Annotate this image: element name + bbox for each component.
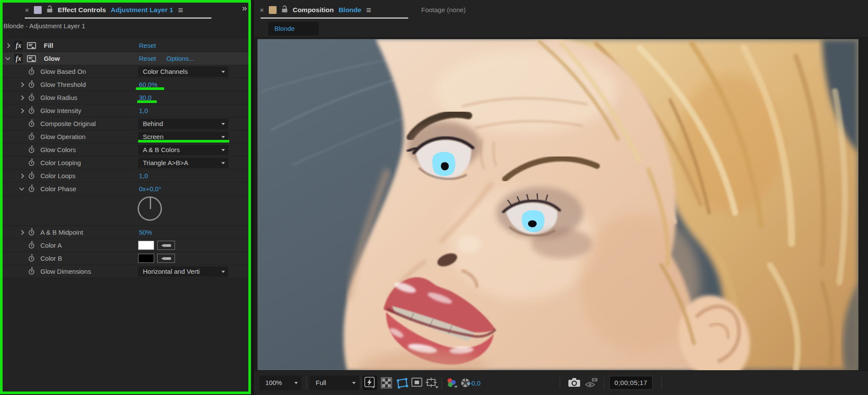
stopwatch-icon[interactable]: [29, 95, 34, 101]
param-row-glow-colors: Glow Colors A & B Colors: [0, 143, 251, 156]
param-label: Glow Radius: [40, 91, 77, 104]
param-row-ab-midpoint: A & B Midpoint 50%: [0, 226, 251, 239]
param-row-glow-based-on: Glow Based On Color Channels: [0, 65, 251, 78]
eyedropper-icon[interactable]: [157, 254, 175, 263]
viewer-toolbar: 100% Full: [254, 370, 868, 395]
color-loops-value[interactable]: 1,0: [139, 169, 148, 183]
param-label: Color B: [40, 252, 62, 265]
stopwatch-icon[interactable]: [29, 82, 34, 88]
fx-badge[interactable]: fx: [14, 41, 23, 50]
magnification-dropdown[interactable]: 100%: [259, 375, 301, 390]
effect-name[interactable]: Fill: [44, 39, 53, 52]
region-of-interest-button[interactable]: [396, 377, 409, 390]
stopwatch-icon[interactable]: [29, 69, 34, 75]
chevron-right-icon[interactable]: [19, 95, 24, 100]
toolbar-separator: [560, 377, 560, 389]
glow-dimensions-dropdown[interactable]: Horizontal and Verti: [138, 266, 228, 277]
effect-row-glow: fx Glow Reset Options...: [0, 52, 251, 65]
param-label: Composite Original: [40, 117, 96, 130]
stopwatch-icon[interactable]: [29, 147, 34, 153]
chevron-down-icon: [221, 162, 225, 164]
effect-name[interactable]: Glow: [44, 52, 60, 65]
chevron-right-icon[interactable]: [19, 230, 24, 235]
color-b-swatch[interactable]: [138, 254, 154, 263]
chevron-right-icon[interactable]: [19, 108, 24, 113]
reset-button[interactable]: Reset: [139, 52, 156, 65]
unlock-icon[interactable]: [281, 5, 288, 15]
fx-badge[interactable]: fx: [14, 54, 23, 63]
chevron-right-icon[interactable]: [5, 43, 10, 48]
toolbar-separator: [442, 377, 442, 389]
param-label: Color Phase: [40, 183, 76, 196]
eyedropper-icon[interactable]: [157, 241, 175, 250]
effect-icon: [27, 55, 36, 64]
tab-footage[interactable]: Footage (none): [421, 0, 466, 20]
glow-based-on-dropdown[interactable]: Color Channels: [138, 66, 228, 77]
color-looping-dropdown[interactable]: Triangle A>B>A: [138, 158, 228, 168]
stopwatch-icon[interactable]: [29, 160, 34, 166]
glow-colors-dropdown[interactable]: A & B Colors: [138, 145, 228, 155]
param-label: Glow Operation: [40, 130, 86, 143]
tab-composition-blonde[interactable]: Blonde: [268, 22, 319, 36]
color-a-swatch[interactable]: [138, 241, 154, 250]
glow-operation-dropdown[interactable]: Screen: [138, 132, 228, 142]
guides-target-button[interactable]: [425, 377, 439, 391]
param-row-color-b: Color B: [0, 252, 251, 265]
exposure-value[interactable]: +0,0: [468, 371, 481, 395]
param-row-glow-operation: Glow Operation Screen: [0, 130, 251, 143]
glow-radius-value[interactable]: 30,0: [139, 91, 152, 104]
param-row-composite-original: Composite Original Behind: [0, 117, 251, 130]
toolbar-separator: [306, 377, 307, 389]
color-phase-dial-row: [0, 196, 251, 226]
param-label: Glow Colors: [40, 143, 76, 156]
param-row-glow-intensity: Glow Intensity 1,0: [0, 104, 251, 117]
stopwatch-icon[interactable]: [29, 256, 34, 262]
mask-visibility-button[interactable]: [411, 377, 422, 389]
chevron-down-icon[interactable]: [5, 55, 10, 60]
after-effects-window: × Effect Controls Adjustment Layer 1 ≡ »…: [0, 0, 868, 395]
chevron-right-icon[interactable]: [19, 173, 24, 178]
panel-group-swatch: [269, 6, 277, 14]
timecode-display[interactable]: 0;00;05;17: [609, 376, 653, 390]
right-eye-pupil: [528, 220, 537, 227]
stopwatch-icon[interactable]: [29, 108, 34, 114]
chevron-down-icon[interactable]: [19, 186, 24, 190]
ab-midpoint-value[interactable]: 50%: [139, 226, 152, 239]
fast-preview-button[interactable]: [363, 376, 377, 390]
left-eye-pupil: [441, 162, 449, 170]
channel-rgb-button[interactable]: [446, 377, 458, 391]
param-row-color-phase: Color Phase 0x+0,0°: [0, 183, 251, 196]
close-icon[interactable]: ×: [260, 7, 264, 14]
toolbar-separator: [661, 377, 662, 389]
stopwatch-icon[interactable]: [29, 243, 34, 249]
param-row-color-looping: Color Looping Triangle A>B>A: [0, 156, 251, 169]
glow-threshold-value[interactable]: 60,0%: [139, 78, 158, 91]
param-row-glow-radius: Glow Radius 30,0: [0, 91, 251, 104]
transparency-grid-button[interactable]: [381, 377, 392, 390]
show-snapshot-icon[interactable]: [585, 377, 599, 390]
composition-frame-image: [257, 39, 858, 370]
effect-icon: [27, 42, 36, 51]
composite-original-dropdown[interactable]: Behind: [138, 119, 228, 129]
angle-dial[interactable]: [138, 196, 162, 221]
chevron-right-icon[interactable]: [19, 82, 24, 87]
param-label: Color Looping: [40, 156, 81, 169]
take-snapshot-button[interactable]: [568, 377, 581, 389]
panel-menu-icon[interactable]: ≡: [366, 6, 371, 14]
stopwatch-icon[interactable]: [29, 230, 34, 236]
composition-header: × Composition Blonde ≡ Footage (none): [254, 0, 868, 20]
color-phase-value[interactable]: 0x+0,0°: [139, 183, 161, 196]
options-button[interactable]: Options...: [166, 52, 194, 65]
reset-button[interactable]: Reset: [139, 39, 156, 52]
panel-target-comp[interactable]: Blonde: [339, 6, 362, 14]
stopwatch-icon[interactable]: [29, 186, 34, 192]
stopwatch-icon[interactable]: [29, 121, 34, 127]
resolution-dropdown[interactable]: Full: [310, 375, 359, 390]
param-label: Color A: [40, 239, 62, 252]
glow-intensity-value[interactable]: 1,0: [139, 104, 148, 117]
stopwatch-icon[interactable]: [29, 173, 34, 179]
stopwatch-icon[interactable]: [29, 134, 34, 140]
chevron-down-icon: [221, 136, 225, 138]
stopwatch-icon[interactable]: [29, 269, 34, 275]
chevron-down-icon: [294, 382, 298, 384]
